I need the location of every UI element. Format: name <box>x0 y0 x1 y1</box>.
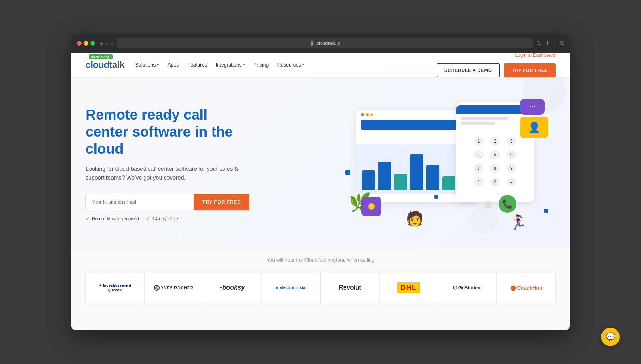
key-7: 7 <box>474 164 483 173</box>
logo-area: We're hiring! cloudtalk <box>85 59 125 70</box>
nav-label-apps: Apps <box>167 62 179 68</box>
nav-left: We're hiring! cloudtalk Solutions ▾ <box>85 59 304 70</box>
client-revolut: Revolut <box>320 272 379 304</box>
nav-link-pricing[interactable]: Pricing <box>254 62 269 68</box>
hero-section: Remote ready call center software in the… <box>71 78 570 248</box>
page-content: We're hiring! cloudtalk Solutions ▾ <box>71 53 570 330</box>
client-logo-gostudy: ⬡GoStudent <box>453 285 482 290</box>
client-electronic-star: ★ electronic.star <box>262 272 320 304</box>
key-8: 8 <box>490 164 500 173</box>
reload-icon[interactable]: ↻ <box>537 40 542 47</box>
perk-no-credit-card: ✓ No credit card required <box>85 216 139 222</box>
close-button[interactable] <box>77 41 82 46</box>
key-2: 2 <box>490 137 500 146</box>
nav-link-solutions[interactable]: Solutions ▾ <box>135 62 159 68</box>
phone-icon: 📞 <box>502 199 513 209</box>
nav-label-features: Features <box>187 62 207 68</box>
client-logo-investissement: ✈ InvestissementQuébec <box>99 283 131 292</box>
clients-section: ✈ InvestissementQuébec 🌿YVES ROCHER -boo… <box>71 268 570 318</box>
hiring-badge: We're hiring! <box>89 54 113 59</box>
email-form: TRY FOR FREE <box>85 194 249 210</box>
nav-link-features[interactable]: Features <box>187 62 207 68</box>
schedule-demo-button[interactable]: SCHEDULE A DEMO <box>437 63 500 77</box>
chart-bar-4 <box>410 154 423 190</box>
keypad-row-2: 4 5 6 <box>463 150 527 159</box>
keypad-row-3: 7 8 9 <box>463 164 527 173</box>
ringtone-text: You will hear the CloudTalk ringtone whe… <box>266 257 374 263</box>
client-investissement: ✈ InvestissementQuébec <box>85 272 144 304</box>
chevron-down-icon-3: ▾ <box>302 63 304 67</box>
client-booksy: -booksy <box>203 272 262 304</box>
contact-card: 👤 <box>520 117 548 138</box>
dot-yellow <box>370 113 373 116</box>
new-tab-icon[interactable]: + <box>553 40 557 47</box>
keypad-dot-1 <box>484 201 492 209</box>
share-icon[interactable]: ⬆ <box>545 40 550 47</box>
chat-widget-button[interactable]: 💬 <box>601 328 620 346</box>
chat-icon: 💬 <box>606 332 615 342</box>
try-for-free-button[interactable]: TRY FOR FREE <box>504 63 556 77</box>
check-icon-1: ✓ <box>85 216 90 222</box>
nav-menu: Solutions ▾ Apps Features <box>135 62 304 68</box>
navbar: We're hiring! cloudtalk Solutions ▾ <box>71 53 570 78</box>
donut-inner <box>366 201 377 212</box>
address-bar[interactable]: 🔒 cloudtalk.io <box>117 38 532 48</box>
dot-orange <box>366 113 369 116</box>
nav-item-apps[interactable]: Apps <box>167 62 179 68</box>
tabs-icon[interactable]: ⧉ <box>560 40 564 47</box>
minimize-button[interactable] <box>84 41 88 46</box>
nav-label-resources: Resources <box>277 62 301 68</box>
chart-bar-1 <box>362 170 375 190</box>
client-yves-rocher: 🌿YVES ROCHER <box>144 272 203 304</box>
client-logo-booksy: -booksy <box>220 284 245 291</box>
nav-link-integrations[interactable]: Integrations ▾ <box>215 62 245 68</box>
nav-item-pricing[interactable]: Pricing <box>254 62 269 68</box>
client-logo-yves: 🌿YVES ROCHER <box>154 285 193 291</box>
perk-label-no-credit: No credit card required <box>92 216 139 221</box>
client-gostudy: ⬡GoStudent <box>438 272 497 304</box>
hero-title: Remote ready call center software in the… <box>85 106 249 157</box>
forward-icon[interactable]: › <box>111 41 113 46</box>
browser-navigation: ⊞ ‹ › <box>99 41 113 46</box>
chat-bubble: ··· <box>520 99 545 115</box>
check-icon-2: ✓ <box>146 216 150 222</box>
nav-link-apps[interactable]: Apps <box>167 62 179 68</box>
client-logo-estar: ★ electronic.star <box>275 285 307 290</box>
nav-label-solutions: Solutions <box>135 62 156 68</box>
keypad-row-4: * 0 # <box>463 177 527 186</box>
key-hash: # <box>507 177 516 186</box>
email-input[interactable] <box>85 194 194 210</box>
nav-label-integrations: Integrations <box>215 62 241 68</box>
security-icon: 🔒 <box>309 41 314 46</box>
nav-item-features[interactable]: Features <box>187 62 207 68</box>
perk-label-days: 14 days free <box>152 216 178 221</box>
key-0: 0 <box>490 177 500 186</box>
fullscreen-button[interactable] <box>90 41 95 46</box>
key-6: 6 <box>507 150 516 159</box>
nav-right: Login to Dashboard SCHEDULE A DEMO TRY F… <box>437 52 556 77</box>
browser-window: ⊞ ‹ › 🔒 cloudtalk.io ↻ ⬆ + ⧉ We're hirin… <box>71 34 570 330</box>
hero-content: Remote ready call center software in the… <box>85 99 249 222</box>
nav-item-solutions[interactable]: Solutions ▾ <box>135 62 159 68</box>
form-perks: ✓ No credit card required ✓ 14 days free <box>85 216 249 222</box>
sidebar-toggle-icon[interactable]: ⊞ <box>99 41 104 46</box>
person-running-icon: 🏃‍♀️ <box>509 214 527 231</box>
back-icon[interactable]: ‹ <box>106 41 108 46</box>
try-free-submit-button[interactable]: TRY FOR FREE <box>194 194 249 210</box>
traffic-lights <box>77 41 95 46</box>
client-coachhub: ⬤CoachHub <box>497 272 556 304</box>
nav-label-pricing: Pricing <box>254 62 269 68</box>
key-3: 3 <box>507 137 516 146</box>
login-link[interactable]: Login to Dashboard <box>515 52 556 58</box>
chart-bar-2 <box>378 162 391 190</box>
nav-item-resources[interactable]: Resources ▾ <box>277 62 304 68</box>
key-9: 9 <box>507 164 516 173</box>
key-1: 1 <box>474 137 483 146</box>
logo[interactable]: cloudtalk <box>85 59 125 70</box>
url-text: cloudtalk.io <box>317 41 340 46</box>
nav-link-resources[interactable]: Resources ▾ <box>277 62 304 68</box>
nav-item-integrations[interactable]: Integrations ▾ <box>215 62 245 68</box>
blue-square-2 <box>434 195 438 199</box>
client-logo-coachhub: ⬤CoachHub <box>510 285 542 291</box>
chat-dots-icon: ··· <box>530 103 535 110</box>
